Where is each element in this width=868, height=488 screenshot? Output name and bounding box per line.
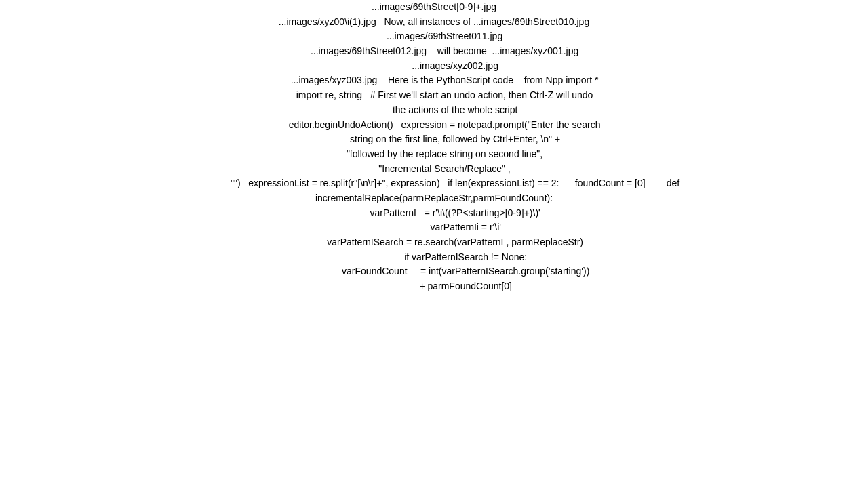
line-3: ...images/69thStreet011.jpg — [136, 29, 732, 44]
line-10: string on the first line, followed by Ct… — [136, 132, 732, 147]
main-content: ...images/69thStreet[0-9]+.jpg ...images… — [0, 0, 868, 488]
line-19: + parmFoundCount[0] — [136, 279, 732, 294]
line-18: varFoundCount = int(varPatternISearch.gr… — [136, 264, 732, 279]
line-7: import re, string # First we'll start an… — [136, 88, 732, 103]
line-8: the actions of the whole script — [136, 103, 732, 118]
line-15: varPatternIi = r'\i' — [136, 220, 732, 235]
line-6: ...images/xyz003.jpg Here is the PythonS… — [136, 73, 732, 88]
line-13: "") expressionList = re.split(r"[\n\r]+"… — [136, 176, 732, 205]
line-9: editor.beginUndoAction() expression = no… — [136, 118, 732, 133]
line-1: ...images/69thStreet[0-9]+.jpg — [136, 0, 732, 15]
line-12: "Incremental Search/Replace" , — [136, 162, 732, 177]
line-17: if varPatternISearch != None: — [136, 250, 732, 265]
line-4: ...images/69thStreet012.jpg will become … — [136, 44, 732, 59]
code-text-block: ...images/69thStreet[0-9]+.jpg ...images… — [0, 0, 868, 488]
line-5: ...images/xyz002.jpg — [136, 59, 732, 74]
line-14: varPatternI = r'\i\((?P<starting>[0-9]+)… — [136, 206, 732, 221]
line-16: varPatternISearch = re.search(varPattern… — [136, 235, 732, 250]
line-2: ...images/xyz00\i(1).jpg Now, all instan… — [136, 15, 732, 30]
line-11: "followed by the replace string on secon… — [136, 147, 732, 162]
